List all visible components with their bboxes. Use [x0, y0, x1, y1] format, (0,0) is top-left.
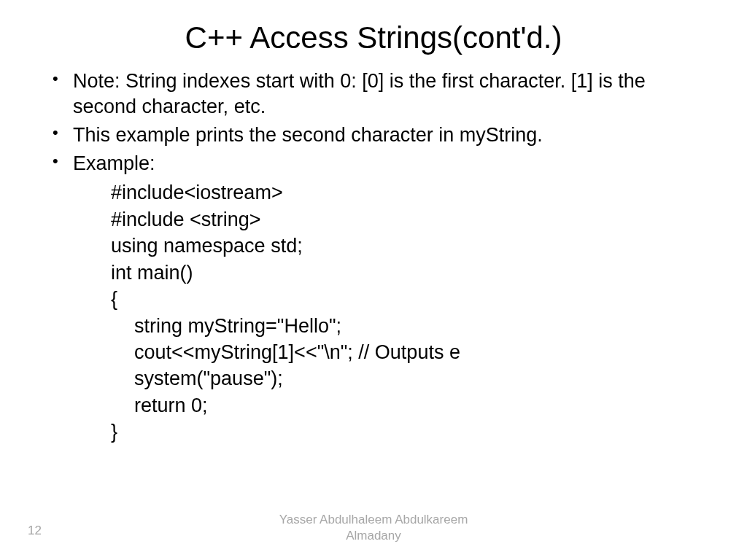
code-line: using namespace std;	[111, 233, 703, 259]
bullet-list: Note: String indexes start with 0: [0] i…	[44, 69, 703, 176]
author-line: Almadany	[346, 529, 401, 542]
code-line: }	[111, 419, 703, 445]
footer: Yasser Abdulhaleem Abdulkareem Almadany	[0, 512, 747, 544]
code-line: #include <string>	[111, 206, 703, 233]
code-line: string myString="Hello";	[111, 313, 703, 339]
bullet-item: This example prints the second character…	[73, 122, 703, 148]
code-line: {	[111, 286, 703, 312]
code-line: system("pause");	[111, 365, 703, 392]
code-block: #include<iostream> #include <string> usi…	[111, 179, 703, 445]
code-line: #include<iostream>	[111, 179, 703, 206]
author-line: Yasser Abdulhaleem Abdulkareem	[279, 513, 468, 526]
code-line: int main()	[111, 260, 703, 286]
slide-container: C++ Access Strings(cont'd.) Note: String…	[0, 0, 747, 560]
bullet-item: Example:	[73, 151, 703, 176]
code-line: return 0;	[111, 392, 703, 419]
author-name: Yasser Abdulhaleem Abdulkareem Almadany	[279, 512, 468, 544]
slide-title: C++ Access Strings(cont'd.)	[44, 20, 703, 55]
code-line: cout<<myString[1]<<"\n"; // Outputs e	[111, 339, 703, 365]
bullet-item: Note: String indexes start with 0: [0] i…	[73, 69, 703, 120]
